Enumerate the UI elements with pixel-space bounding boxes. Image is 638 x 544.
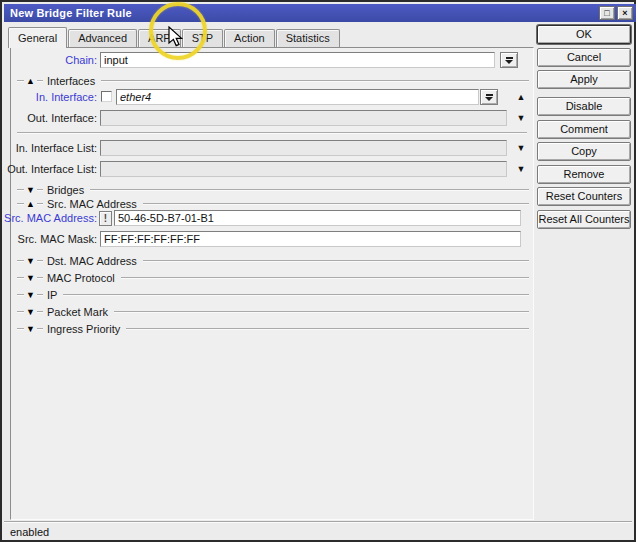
chain-dropdown-button[interactable] <box>500 52 518 68</box>
disable-button[interactable]: Disable <box>537 97 631 116</box>
maximize-icon: □ <box>604 9 609 18</box>
section-ingress-priority-label: Ingress Priority <box>47 323 120 335</box>
dropdown-history-icon <box>506 57 513 59</box>
collapse-triangle-icon[interactable]: ▼ <box>26 186 35 195</box>
collapse-triangle-icon[interactable]: ▲ <box>26 77 35 86</box>
out-interface-label: Out. Interface: <box>0 110 97 126</box>
screenshot-root: New Bridge Filter Rule □ × General Advan… <box>0 0 638 544</box>
in-interface-list-input[interactable] <box>100 140 507 156</box>
collapse-triangle-icon[interactable]: ▼ <box>26 274 35 283</box>
dialog-window: New Bridge Filter Rule □ × General Advan… <box>0 0 636 542</box>
in-interface-checkbox[interactable] <box>101 91 112 102</box>
ok-button[interactable]: OK <box>537 25 631 44</box>
chain-label: Chain: <box>0 52 97 68</box>
section-dst-mac: ▼ Dst. MAC Address <box>17 254 529 268</box>
general-tab-panel: Chain: ▲ Interfaces In. Interface: <box>10 47 534 520</box>
reset-counters-button[interactable]: Reset Counters <box>537 187 631 206</box>
reset-all-counters-button[interactable]: Reset All Counters <box>537 210 631 229</box>
not-toggle-button[interactable]: ! <box>99 211 112 226</box>
out-interface-expand-arrow[interactable]: ▼ <box>514 110 528 126</box>
apply-button[interactable]: Apply <box>537 70 631 89</box>
window-controls: □ × <box>599 6 633 20</box>
tab-action[interactable]: Action <box>224 29 275 47</box>
out-interface-list-label: Out. Interface List: <box>0 161 97 177</box>
window-title: New Bridge Filter Rule <box>4 7 132 19</box>
section-dst-mac-label: Dst. MAC Address <box>47 255 137 267</box>
collapse-triangle-icon[interactable]: ▼ <box>26 257 35 266</box>
in-interface-label: In. Interface: <box>0 89 97 105</box>
collapse-triangle-icon[interactable]: ▼ <box>26 308 35 317</box>
section-ip: ▼ IP <box>17 288 529 302</box>
src-mac-mask-label: Src. MAC Mask: <box>0 231 97 247</box>
out-interface-list-input[interactable] <box>100 161 507 177</box>
out-interface-input[interactable] <box>100 110 507 126</box>
in-interface-dropdown-button[interactable] <box>480 89 498 105</box>
tab-arp[interactable]: ARP <box>138 29 181 47</box>
comment-button[interactable]: Comment <box>537 120 631 139</box>
section-src-mac-label: Src. MAC Address <box>47 198 137 210</box>
remove-button[interactable]: Remove <box>537 165 631 184</box>
close-icon: × <box>622 9 627 18</box>
collapse-triangle-icon[interactable]: ▼ <box>26 325 35 334</box>
close-button[interactable]: × <box>617 6 633 20</box>
section-bridges-label: Bridges <box>47 184 84 196</box>
tab-bar: General Advanced ARP STP Action Statisti… <box>8 26 341 47</box>
collapse-triangle-icon[interactable]: ▲ <box>26 200 35 209</box>
section-interfaces-label: Interfaces <box>47 75 95 87</box>
dropdown-history-icon <box>486 94 493 96</box>
tab-statistics[interactable]: Statistics <box>276 29 340 47</box>
tab-general[interactable]: General <box>8 27 67 48</box>
statusbar-divider <box>4 521 632 523</box>
section-packet-mark-label: Packet Mark <box>47 306 108 318</box>
separator-line <box>17 132 527 134</box>
in-interface-input[interactable] <box>116 89 479 105</box>
section-bridges: ▼ Bridges <box>17 183 529 197</box>
section-ip-label: IP <box>47 289 57 301</box>
section-src-mac: ▲ Src. MAC Address <box>17 197 529 211</box>
section-mac-protocol-label: MAC Protocol <box>47 272 115 284</box>
src-mac-mask-input[interactable] <box>100 231 521 247</box>
section-packet-mark: ▼ Packet Mark <box>17 305 529 319</box>
in-interface-collapse-arrow[interactable]: ▲ <box>514 89 528 105</box>
section-mac-protocol: ▼ MAC Protocol <box>17 271 529 285</box>
collapse-triangle-icon[interactable]: ▼ <box>26 291 35 300</box>
cancel-button[interactable]: Cancel <box>537 48 631 67</box>
tab-advanced[interactable]: Advanced <box>68 29 137 47</box>
tab-stp[interactable]: STP <box>182 29 223 47</box>
in-interface-list-expand-arrow[interactable]: ▼ <box>514 140 528 156</box>
src-mac-address-label: Src. MAC Address: <box>0 210 97 226</box>
section-ingress-priority: ▼ Ingress Priority <box>17 322 529 336</box>
status-text: enabled <box>10 525 49 539</box>
out-interface-list-expand-arrow[interactable]: ▼ <box>514 161 528 177</box>
section-interfaces: ▲ Interfaces <box>17 74 529 88</box>
src-mac-address-input[interactable] <box>114 210 521 226</box>
titlebar[interactable]: New Bridge Filter Rule □ × <box>4 4 636 22</box>
in-interface-list-label: In. Interface List: <box>0 140 97 156</box>
copy-button[interactable]: Copy <box>537 142 631 161</box>
chain-input[interactable] <box>100 52 495 68</box>
maximize-button[interactable]: □ <box>599 6 615 20</box>
